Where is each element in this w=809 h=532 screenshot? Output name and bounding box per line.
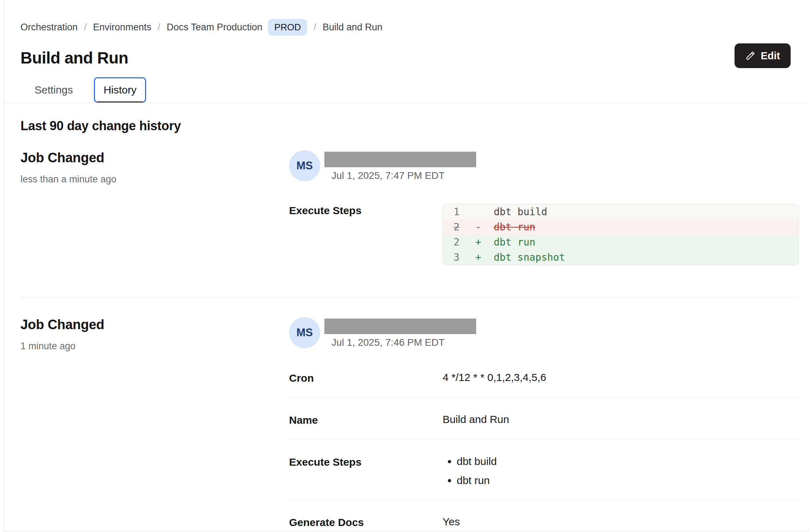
tab-settings[interactable]: Settings <box>26 78 81 102</box>
diff-sign: + <box>475 235 493 250</box>
breadcrumb-current: Build and Run <box>323 22 383 33</box>
execute-steps-diff: 1 dbt build 2 -dbt run 2 +dbt run <box>443 204 799 265</box>
diff-sign: + <box>475 250 493 265</box>
page: Orchestration / Environments / Docs Team… <box>4 0 809 532</box>
breadcrumb-link-orchestration[interactable]: Orchestration <box>20 22 78 33</box>
edit-button[interactable]: Edit <box>735 43 791 68</box>
entry-timestamp: Jul 1, 2025, 7:47 PM EDT <box>331 170 476 181</box>
entry-divider <box>20 297 799 297</box>
entry-author: MS Jul 1, 2025, 7:47 PM EDT <box>289 150 799 181</box>
diff-text: dbt snapshot <box>494 252 565 263</box>
field-value: Yes <box>443 516 799 528</box>
field-name: Name Build and Run <box>289 398 799 440</box>
field-execute-steps: Execute Steps dbt build dbt run <box>289 440 799 500</box>
history-entry: Job Changed less than a minute ago MS Ju… <box>20 150 799 265</box>
diff-line-number: 3 <box>454 250 466 265</box>
diff-line-added: 2 +dbt run <box>443 235 799 250</box>
diff-text: dbt run <box>494 236 535 248</box>
field-generate-docs: Generate Docs Yes <box>289 500 799 532</box>
diff-line-unchanged: 1 dbt build <box>443 204 799 219</box>
breadcrumb-separator: / <box>84 22 87 33</box>
execute-steps-list: dbt build dbt run <box>443 455 799 486</box>
entry-details: MS Jul 1, 2025, 7:47 PM EDT Execute Step… <box>289 150 799 265</box>
field-value: 4 */12 * * 0,1,2,3,4,5,6 <box>443 371 799 384</box>
field-label: Execute Steps <box>289 455 443 486</box>
field-label: Generate Docs <box>289 516 443 528</box>
tab-history[interactable]: History <box>94 77 146 103</box>
diff-line-added: 3 +dbt snapshot <box>443 250 799 265</box>
field-execute-steps: Execute Steps 1 dbt build 2 -dbt run <box>289 204 799 265</box>
entry-details: MS Jul 1, 2025, 7:46 PM EDT Cron 4 */12 … <box>289 317 799 532</box>
entry-summary: Job Changed less than a minute ago <box>20 150 289 265</box>
diff-line-removed: 2 -dbt run <box>443 219 799 235</box>
entry-author: MS Jul 1, 2025, 7:46 PM EDT <box>289 317 799 348</box>
breadcrumb-separator: / <box>313 22 316 33</box>
entry-timestamp: Jul 1, 2025, 7:46 PM EDT <box>331 337 476 348</box>
environment-badge: PROD <box>268 19 307 36</box>
execute-step-item: dbt build <box>457 455 799 467</box>
field-value: Build and Run <box>443 413 799 426</box>
field-cron: Cron 4 */12 * * 0,1,2,3,4,5,6 <box>289 367 799 398</box>
edit-button-label: Edit <box>761 50 780 62</box>
diff-sign: - <box>475 219 493 235</box>
title-row: Build and Run Edit <box>20 48 799 67</box>
breadcrumb-link-environment-name[interactable]: Docs Team Production <box>167 22 262 33</box>
execute-step-item: dbt run <box>457 474 799 486</box>
tab-bar: Settings History <box>20 77 799 103</box>
diff-text: dbt build <box>494 206 547 218</box>
field-label: Cron <box>289 371 443 384</box>
tabs-divider <box>4 103 809 103</box>
entry-event-title: Job Changed <box>20 317 289 332</box>
diff-line-number: 2 <box>454 235 466 250</box>
redacted-user-name <box>324 319 476 334</box>
page-title: Build and Run <box>20 48 799 67</box>
field-label: Name <box>289 413 443 426</box>
diff-text: dbt run <box>494 221 535 233</box>
history-entry: Job Changed 1 minute ago MS Jul 1, 2025,… <box>20 317 799 532</box>
entry-event-title: Job Changed <box>20 150 289 165</box>
entry-summary: Job Changed 1 minute ago <box>20 317 289 532</box>
redacted-user-name <box>324 152 476 167</box>
breadcrumb-separator: / <box>158 22 161 33</box>
entry-relative-time: 1 minute ago <box>20 341 289 352</box>
breadcrumb-link-environments[interactable]: Environments <box>93 22 151 33</box>
avatar: MS <box>289 317 320 348</box>
diff-line-number: 2 <box>454 219 466 235</box>
breadcrumb: Orchestration / Environments / Docs Team… <box>20 0 799 36</box>
diff-line-number: 1 <box>454 204 466 219</box>
bottom-divider <box>4 531 809 531</box>
pencil-icon <box>745 50 756 61</box>
section-title: Last 90 day change history <box>20 119 799 133</box>
entry-relative-time: less than a minute ago <box>20 174 289 185</box>
avatar: MS <box>289 150 320 181</box>
history-panel: Last 90 day change history Job Changed l… <box>4 119 809 532</box>
field-label: Execute Steps <box>289 204 443 265</box>
